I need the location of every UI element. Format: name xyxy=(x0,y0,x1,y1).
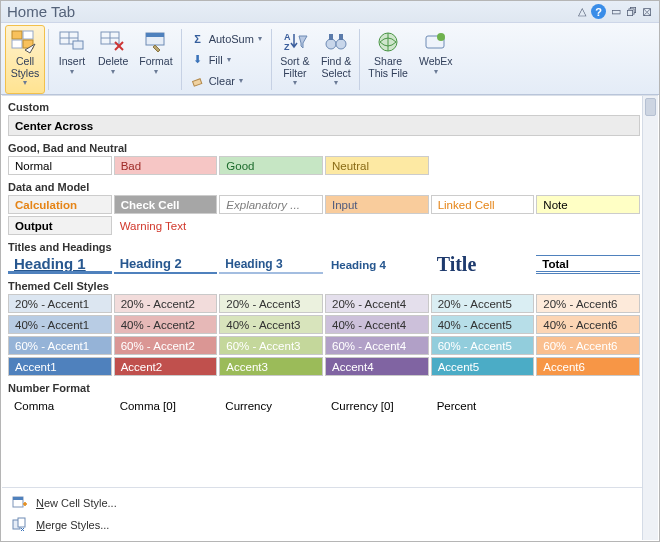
style-neutral[interactable]: Neutral xyxy=(325,156,429,175)
style-accent6[interactable]: Accent6 xyxy=(536,357,640,376)
section-good-bad-neutral: Good, Bad and Neutral xyxy=(2,138,658,156)
style-p20-accent4[interactable]: 20% - Accent4 xyxy=(325,294,429,313)
style-currency-0[interactable]: Currency [0] xyxy=(325,396,429,415)
style-check-cell[interactable]: Check Cell xyxy=(114,195,218,214)
style-explanatory[interactable]: Explanatory ... xyxy=(219,195,323,214)
merge-styles-menuitem[interactable]: Merge Styles... xyxy=(2,514,642,536)
style-p60-accent4[interactable]: 60% - Accent4 xyxy=(325,336,429,355)
style-note[interactable]: Note xyxy=(536,195,640,214)
style-total[interactable]: Total xyxy=(536,255,640,274)
vertical-scrollbar[interactable] xyxy=(642,96,658,540)
style-p40-accent1[interactable]: 40% - Accent1 xyxy=(8,315,112,334)
cell-styles-icon xyxy=(11,30,39,54)
style-calculation[interactable]: Calculation xyxy=(8,195,112,214)
share-file-button[interactable]: ShareThis File xyxy=(363,25,413,94)
svg-rect-14 xyxy=(146,33,164,37)
svg-rect-1 xyxy=(23,31,33,39)
minimize-button[interactable]: ▭ xyxy=(611,5,621,18)
window-controls: △ ? ▭ 🗇 ⛝ xyxy=(578,4,653,19)
style-center-across[interactable]: Center Across xyxy=(8,115,640,136)
section-titles-headings: Titles and Headings xyxy=(2,237,658,255)
webex-button[interactable]: WebEx ▾ xyxy=(414,25,458,94)
format-button[interactable]: Format ▾ xyxy=(134,25,177,94)
style-p20-accent5[interactable]: 20% - Accent5 xyxy=(431,294,535,313)
style-p40-accent2[interactable]: 40% - Accent2 xyxy=(114,315,218,334)
help-icon[interactable]: ? xyxy=(591,4,606,19)
style-bad[interactable]: Bad xyxy=(114,156,218,175)
clear-button[interactable]: Clear ▾ xyxy=(187,71,266,91)
merge-styles-icon xyxy=(12,517,28,533)
delete-cells-icon xyxy=(99,30,127,54)
style-heading-1[interactable]: Heading 1 xyxy=(8,255,112,274)
app-window: Home Tab △ ? ▭ 🗇 ⛝ CellStyles ▾ xyxy=(0,0,660,542)
maximize-button[interactable]: 🗇 xyxy=(626,6,637,18)
cell-styles-button[interactable]: CellStyles ▾ xyxy=(5,25,45,94)
gallery-footer: New Cell Style... Merge Styles... xyxy=(2,487,642,540)
style-p40-accent3[interactable]: 40% - Accent3 xyxy=(219,315,323,334)
style-currency[interactable]: Currency xyxy=(219,396,323,415)
separator xyxy=(359,29,360,90)
style-accent3[interactable]: Accent3 xyxy=(219,357,323,376)
webex-icon xyxy=(422,30,450,54)
svg-text:Z: Z xyxy=(284,42,290,52)
svg-rect-21 xyxy=(339,34,343,40)
svg-rect-2 xyxy=(12,40,22,48)
style-warning-text[interactable]: Warning Text xyxy=(114,216,218,235)
style-p60-accent6[interactable]: 60% - Accent6 xyxy=(536,336,640,355)
style-p60-accent2[interactable]: 60% - Accent2 xyxy=(114,336,218,355)
style-p20-accent6[interactable]: 20% - Accent6 xyxy=(536,294,640,313)
autosum-button[interactable]: Σ AutoSum ▾ xyxy=(187,29,266,49)
fill-button[interactable]: ⬇ Fill ▾ xyxy=(187,50,266,70)
style-accent1[interactable]: Accent1 xyxy=(8,357,112,376)
section-custom: Custom xyxy=(2,96,658,115)
svg-rect-20 xyxy=(329,34,333,40)
svg-point-24 xyxy=(437,33,445,41)
style-heading-2[interactable]: Heading 2 xyxy=(114,255,218,274)
style-p20-accent3[interactable]: 20% - Accent3 xyxy=(219,294,323,313)
style-normal[interactable]: Normal xyxy=(8,156,112,175)
style-percent[interactable]: Percent xyxy=(431,396,535,415)
style-p40-accent6[interactable]: 40% - Accent6 xyxy=(536,315,640,334)
format-icon xyxy=(142,30,170,54)
style-p60-accent3[interactable]: 60% - Accent3 xyxy=(219,336,323,355)
style-heading-3[interactable]: Heading 3 xyxy=(219,255,323,274)
fill-down-icon: ⬇ xyxy=(191,53,205,67)
style-linked-cell[interactable]: Linked Cell xyxy=(431,195,535,214)
style-input[interactable]: Input xyxy=(325,195,429,214)
dropdown-icon: ▾ xyxy=(23,78,27,87)
style-accent4[interactable]: Accent4 xyxy=(325,357,429,376)
style-comma-0[interactable]: Comma [0] xyxy=(114,396,218,415)
sort-filter-button[interactable]: A Z Sort &Filter ▾ xyxy=(275,25,315,94)
new-cell-style-menuitem[interactable]: New Cell Style... xyxy=(2,492,642,514)
style-p20-accent1[interactable]: 20% - Accent1 xyxy=(8,294,112,313)
svg-text:A: A xyxy=(284,32,291,42)
title-bar: Home Tab △ ? ▭ 🗇 ⛝ xyxy=(1,1,659,23)
close-button[interactable]: ⛝ xyxy=(642,6,653,18)
style-p60-accent1[interactable]: 60% - Accent1 xyxy=(8,336,112,355)
style-accent5[interactable]: Accent5 xyxy=(431,357,535,376)
delete-button[interactable]: Delete ▾ xyxy=(93,25,133,94)
ribbon-minimize-icon[interactable]: △ xyxy=(578,5,586,18)
style-p40-accent4[interactable]: 40% - Accent4 xyxy=(325,315,429,334)
style-output[interactable]: Output xyxy=(8,216,112,235)
find-select-button[interactable]: Find &Select ▾ xyxy=(316,25,356,94)
section-themed: Themed Cell Styles xyxy=(2,276,658,294)
style-p20-accent2[interactable]: 20% - Accent2 xyxy=(114,294,218,313)
svg-rect-0 xyxy=(12,31,22,39)
style-p60-accent5[interactable]: 60% - Accent5 xyxy=(431,336,535,355)
style-p40-accent5[interactable]: 40% - Accent5 xyxy=(431,315,535,334)
separator xyxy=(181,29,182,90)
ribbon: CellStyles ▾ Insert ▾ Delete ▾ xyxy=(1,23,659,95)
style-title[interactable]: Title xyxy=(431,255,535,274)
section-data-model: Data and Model xyxy=(2,177,658,195)
style-heading-4[interactable]: Heading 4 xyxy=(325,255,429,274)
separator xyxy=(48,29,49,90)
style-accent2[interactable]: Accent2 xyxy=(114,357,218,376)
svg-point-18 xyxy=(326,39,336,49)
style-good[interactable]: Good xyxy=(219,156,323,175)
window-title: Home Tab xyxy=(7,3,75,20)
new-style-icon xyxy=(12,495,28,511)
insert-button[interactable]: Insert ▾ xyxy=(52,25,92,94)
scrollbar-thumb[interactable] xyxy=(645,98,656,116)
style-comma[interactable]: Comma xyxy=(8,396,112,415)
